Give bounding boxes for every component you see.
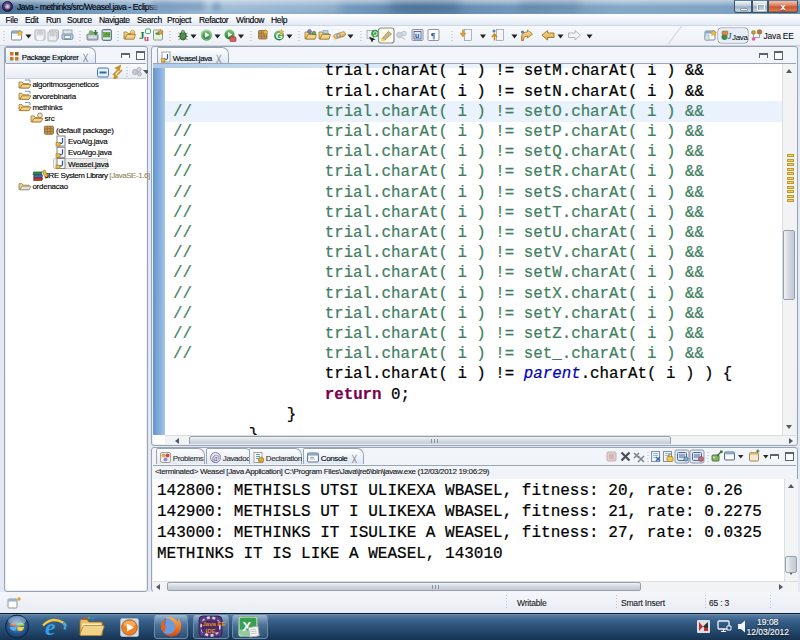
svg-text:¶: ¶ — [431, 31, 436, 41]
svg-text:IDE: IDE — [206, 628, 216, 634]
svg-text:Java: Java — [732, 33, 749, 42]
svg-text:Java EE: Java EE — [764, 31, 795, 41]
svg-text:u: u — [144, 33, 149, 43]
svg-text:u: u — [415, 32, 419, 39]
svg-text:Java EE: Java EE — [203, 621, 226, 627]
svg-text:e: e — [45, 614, 56, 640]
